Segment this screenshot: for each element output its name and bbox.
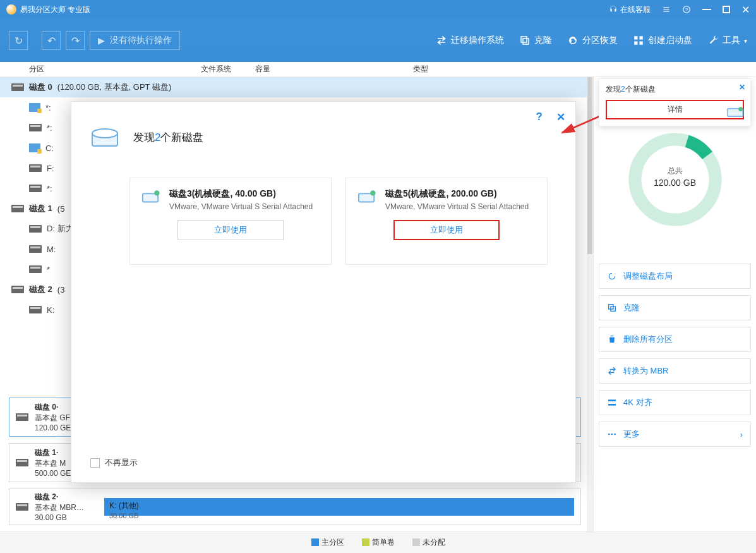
clone-button[interactable]: 克隆 [519, 35, 552, 46]
chevron-down-icon: ▾ [744, 37, 747, 44]
action-more[interactable]: 更多 › [599, 422, 751, 447]
col-type: 类型 [413, 64, 756, 75]
svg-text:?: ? [685, 7, 688, 13]
drive-icon [29, 225, 42, 233]
drive-icon [29, 265, 42, 273]
clone-icon [519, 35, 531, 46]
left-scrollbar[interactable] [587, 77, 593, 532]
notice-close-icon[interactable]: ✕ [739, 83, 745, 92]
transfer-icon [436, 35, 447, 46]
help-icon[interactable]: ? [682, 5, 691, 14]
svg-point-16 [608, 434, 610, 435]
hdd-icon [16, 503, 28, 511]
new-disk-card-5: 磁盘5(机械硬盘, 200.00 GB) VMware, VMware Virt… [345, 178, 548, 265]
convert-icon [607, 366, 617, 376]
title-bar: 易我分区大师 专业版 在线客服 ? ✕ [0, 0, 756, 19]
more-icon [607, 429, 617, 439]
svg-rect-7 [640, 42, 643, 45]
hdd-icon [11, 205, 24, 212]
drive-icon [29, 306, 42, 313]
svg-point-20 [92, 129, 117, 138]
disk3-title: 磁盘3(机械硬盘, 40.00 GB) [169, 188, 313, 200]
minimize-button[interactable] [702, 9, 711, 10]
right-panel: ✕ 发现2个新磁盘 详情 总共 120.00 GB 调整磁盘布局 [594, 77, 756, 532]
online-service-link[interactable]: 在线客服 [609, 4, 651, 15]
disk5-title: 磁盘5(机械硬盘, 200.00 GB) [385, 188, 529, 200]
main-toolbar: ↻ ↶ ↷ ▶ 没有待执行操作 迁移操作系统 克隆 分区恢复 创建启动盘 工具 … [0, 19, 756, 62]
dont-show-again[interactable]: 不再显示 [90, 457, 138, 468]
new-disk-notice: ✕ 发现2个新磁盘 详情 [599, 78, 751, 126]
svg-point-9 [738, 107, 743, 111]
svg-rect-2 [521, 37, 527, 42]
new-disk-modal: ? ✕ 发现2个新磁盘 磁盘3(机械硬盘, 40.00 GB) VMware, … [71, 101, 576, 483]
action-adjust-layout[interactable]: 调整磁盘布局 [599, 264, 751, 289]
drive-icon [726, 105, 744, 121]
drive-icon [29, 143, 40, 152]
maximize-button[interactable] [723, 6, 730, 13]
recovery-icon [567, 35, 579, 46]
hdd-icon [16, 459, 28, 466]
svg-rect-5 [640, 36, 643, 39]
svg-rect-15 [608, 404, 616, 406]
donut-value: 120.00 GB [654, 178, 696, 188]
drive-icon [29, 164, 42, 172]
svg-point-22 [154, 190, 159, 195]
drive-icon [29, 103, 40, 112]
drive-icon [357, 188, 376, 207]
headset-icon [609, 5, 618, 14]
legend-bar: 主分区 简单卷 未分配 [0, 532, 756, 553]
list-icon[interactable] [662, 5, 671, 14]
app-logo-icon [6, 4, 16, 15]
action-clone[interactable]: 克隆 [599, 295, 751, 320]
disk-card-2[interactable]: 磁盘 2·基本盘 MBR…30.00 GB K: (其他) 30.00 GB [9, 489, 581, 525]
svg-rect-6 [634, 42, 637, 45]
disk3-sub: VMware, VMware Virtual S Serial Attached [169, 202, 313, 211]
drive-icon [141, 188, 160, 207]
col-fs: 文件系统 [201, 64, 255, 75]
svg-line-25 [562, 115, 603, 133]
action-convert-mbr[interactable]: 转换为 MBR [599, 358, 751, 384]
use-now-disk5-button[interactable]: 立即使用 [393, 220, 500, 240]
layout-icon [607, 271, 617, 281]
modal-title: 发现2个新磁盘 [133, 130, 203, 145]
notice-title: 发现2个新磁盘 [606, 84, 744, 95]
donut-label: 总共 [654, 166, 696, 176]
align-icon [607, 398, 617, 408]
svg-point-18 [614, 434, 616, 435]
notice-detail-button[interactable]: 详情 [606, 100, 744, 119]
disk-0-row[interactable]: 磁盘 0(120.00 GB, 基本盘, GPT 磁盘) [0, 77, 593, 97]
col-capacity: 容量 [255, 64, 413, 75]
close-button[interactable]: ✕ [741, 4, 750, 16]
app-title: 易我分区大师 专业版 [20, 4, 609, 15]
undo-button[interactable]: ↶ [42, 31, 61, 50]
partition-recovery-button[interactable]: 分区恢复 [567, 35, 618, 46]
action-delete-all[interactable]: 删除所有分区 [599, 327, 751, 352]
svg-point-17 [611, 434, 613, 435]
drive-icon [29, 124, 42, 131]
partition-bar[interactable]: K: (其他) 30.00 GB [104, 498, 574, 516]
hdd-icon [11, 83, 24, 91]
svg-rect-4 [634, 36, 637, 39]
play-icon: ▶ [98, 35, 105, 46]
migrate-os-button[interactable]: 迁移操作系统 [436, 35, 504, 46]
checkbox-icon[interactable] [90, 458, 100, 468]
chevron-right-icon: › [740, 430, 743, 439]
hdd-large-icon [90, 125, 119, 150]
modal-help-icon[interactable]: ? [536, 111, 543, 124]
tools-dropdown[interactable]: 工具 ▾ [707, 35, 747, 46]
hdd-icon [11, 286, 24, 293]
storage-donut: 总共 120.00 GB [599, 126, 751, 188]
action-4k-align[interactable]: 4K 对齐 [599, 390, 751, 415]
drive-icon [29, 245, 42, 253]
refresh-button[interactable]: ↻ [9, 31, 28, 50]
trash-icon [607, 334, 617, 344]
hdd-icon [16, 413, 28, 421]
new-disk-card-3: 磁盘3(机械硬盘, 40.00 GB) VMware, VMware Virtu… [129, 178, 332, 265]
clone-icon [607, 303, 617, 313]
column-headers: 分区 文件系统 容量 类型 [0, 62, 756, 77]
redo-button[interactable]: ↷ [66, 31, 85, 50]
use-now-disk3-button[interactable]: 立即使用 [177, 220, 284, 240]
create-boot-disk-button[interactable]: 创建启动盘 [633, 35, 692, 46]
wrench-icon [707, 35, 719, 46]
svg-rect-3 [523, 39, 529, 44]
